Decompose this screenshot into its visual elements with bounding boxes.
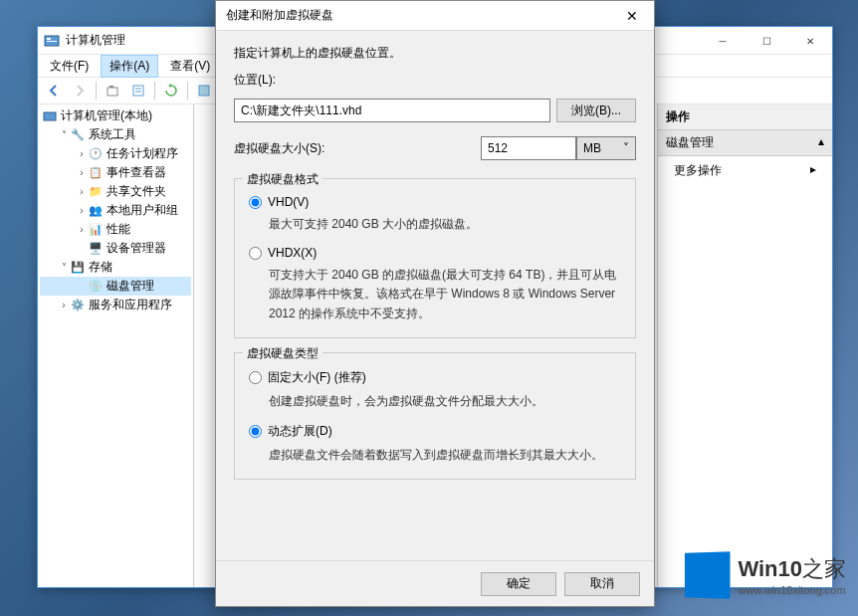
expand-icon[interactable]: ›: [76, 205, 88, 216]
chevron-right-icon: ▸: [810, 162, 816, 176]
fixed-radio-row[interactable]: 固定大小(F) (推荐): [249, 369, 621, 386]
expand-icon[interactable]: ›: [76, 167, 88, 178]
services-icon: ⚙️: [70, 298, 86, 313]
tree-performance[interactable]: › 📊 性能: [40, 220, 191, 239]
svg-rect-11: [44, 112, 56, 120]
svg-rect-5: [133, 86, 143, 96]
computer-icon: [42, 108, 58, 124]
dialog-close-button[interactable]: ✕: [610, 1, 654, 31]
fixed-description: 创建虚拟硬盘时，会为虚拟硬盘文件分配最大大小。: [269, 392, 621, 411]
menu-file[interactable]: 文件(F): [42, 56, 97, 77]
dialog-title: 创建和附加虚拟硬盘: [226, 7, 333, 24]
actions-section[interactable]: 磁盘管理 ▴: [658, 130, 832, 156]
tree-services[interactable]: › ⚙️ 服务和应用程序: [40, 296, 191, 314]
refresh-button[interactable]: [159, 79, 183, 103]
location-input[interactable]: [234, 99, 550, 122]
dialog-footer: 确定 取消: [216, 560, 654, 606]
fixed-radio[interactable]: [249, 371, 262, 384]
maximize-button[interactable]: ☐: [745, 27, 788, 55]
vhdx-description: 可支持大于 2040 GB 的虚拟磁盘(最大可支持 64 TB)，并且可从电源故…: [269, 266, 621, 323]
folder-icon: 📁: [88, 184, 104, 200]
tree-shared-folders[interactable]: › 📁 共享文件夹: [40, 182, 191, 201]
actions-header: 操作: [658, 104, 832, 130]
chevron-up-icon: ▴: [818, 134, 824, 151]
tree-disk-management[interactable]: 💿 磁盘管理: [40, 277, 191, 296]
expand-icon[interactable]: ›: [76, 186, 88, 197]
tree-device-manager[interactable]: 🖥️ 设备管理器: [40, 239, 191, 258]
storage-icon: 💾: [70, 260, 86, 276]
vhd-radio-row[interactable]: VHD(V): [249, 195, 621, 209]
chevron-down-icon: ˅: [623, 141, 629, 155]
watermark-url: www.win10xitong.com: [738, 584, 846, 596]
instruction-text: 指定计算机上的虚拟硬盘位置。: [234, 45, 636, 62]
menu-action[interactable]: 操作(A): [101, 55, 158, 78]
users-icon: 👥: [88, 203, 104, 219]
size-input[interactable]: [481, 136, 576, 160]
tree-local-users[interactable]: › 👥 本地用户和组: [40, 201, 191, 220]
perf-icon: 📊: [88, 222, 104, 238]
dialog-titlebar: 创建和附加虚拟硬盘 ✕: [216, 1, 654, 31]
type-fieldset: 虚拟硬盘类型 固定大小(F) (推荐) 创建虚拟硬盘时，会为虚拟硬盘文件分配最大…: [234, 352, 636, 480]
svg-rect-2: [47, 41, 57, 42]
tree-root[interactable]: 计算机管理(本地): [40, 106, 191, 125]
size-unit-select[interactable]: MB ˅: [576, 136, 636, 160]
watermark-brand: Win10之家: [738, 554, 846, 584]
actions-more[interactable]: 更多操作 ▸: [658, 156, 832, 185]
collapse-icon[interactable]: ˅: [58, 129, 70, 140]
svg-rect-8: [199, 86, 209, 96]
event-icon: 📋: [88, 165, 104, 181]
vhd-radio[interactable]: [249, 196, 262, 209]
svg-rect-3: [107, 88, 117, 96]
watermark: Win10之家 www.win10xitong.com: [684, 552, 846, 598]
app-icon: [44, 33, 60, 49]
disk-icon: 💿: [88, 279, 104, 295]
options-button[interactable]: [126, 79, 150, 103]
back-button[interactable]: [42, 79, 66, 103]
tree-storage[interactable]: ˅ 💾 存储: [40, 258, 191, 277]
navigation-tree: 计算机管理(本地) ˅ 🔧 系统工具 › 🕐 任务计划程序 › 📋 事件查看器 …: [38, 104, 194, 587]
menu-view[interactable]: 查看(V): [162, 56, 218, 77]
minimize-button[interactable]: ─: [701, 27, 745, 55]
tree-systools[interactable]: ˅ 🔧 系统工具: [40, 125, 191, 144]
up-button[interactable]: [101, 79, 124, 103]
browse-button[interactable]: 浏览(B)...: [556, 99, 636, 122]
svg-rect-1: [47, 38, 51, 40]
close-button[interactable]: ✕: [788, 27, 832, 55]
ok-button[interactable]: 确定: [481, 572, 556, 596]
dynamic-radio[interactable]: [249, 425, 262, 438]
dynamic-radio-row[interactable]: 动态扩展(D): [249, 423, 621, 440]
location-label: 位置(L):: [234, 72, 636, 89]
tools-icon: 🔧: [70, 127, 86, 143]
vhd-description: 最大可支持 2040 GB 大小的虚拟磁盘。: [269, 215, 621, 234]
cancel-button[interactable]: 取消: [564, 572, 640, 596]
size-label: 虚拟硬盘大小(S):: [234, 140, 481, 157]
actions-panel: 操作 磁盘管理 ▴ 更多操作 ▸: [657, 104, 832, 587]
windows-logo-icon: [685, 551, 731, 599]
expand-icon[interactable]: ›: [58, 300, 70, 310]
vhdx-radio-row[interactable]: VHDX(X): [249, 246, 621, 260]
create-vhd-dialog: 创建和附加虚拟硬盘 ✕ 指定计算机上的虚拟硬盘位置。 位置(L): 浏览(B).…: [215, 0, 655, 607]
clock-icon: 🕐: [88, 146, 104, 162]
forward-button[interactable]: [68, 79, 92, 103]
dynamic-description: 虚拟硬盘文件会随着数据写入到虚拟硬盘而增长到其最大大小。: [269, 446, 621, 465]
expand-icon[interactable]: ›: [76, 148, 88, 159]
vhdx-radio[interactable]: [249, 247, 262, 260]
help-button[interactable]: [192, 79, 216, 103]
type-legend: 虚拟硬盘类型: [243, 345, 322, 362]
tree-task-scheduler[interactable]: › 🕐 任务计划程序: [40, 144, 191, 163]
svg-rect-4: [109, 86, 113, 88]
expand-icon[interactable]: ›: [76, 224, 88, 235]
collapse-icon[interactable]: ˅: [58, 262, 70, 273]
format-fieldset: 虚拟硬盘格式 VHD(V) 最大可支持 2040 GB 大小的虚拟磁盘。 VHD…: [234, 178, 636, 338]
tree-event-viewer[interactable]: › 📋 事件查看器: [40, 163, 191, 182]
format-legend: 虚拟硬盘格式: [243, 171, 322, 188]
device-icon: 🖥️: [88, 241, 104, 257]
